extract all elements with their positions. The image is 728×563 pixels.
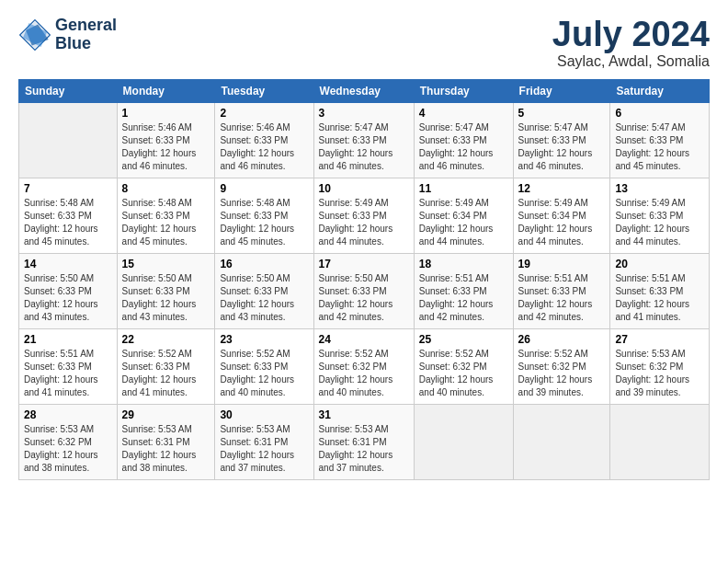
- day-info: Sunrise: 5:49 AM Sunset: 6:34 PM Dayligh…: [518, 197, 606, 248]
- day-number: 31: [319, 408, 409, 421]
- day-info: Sunrise: 5:50 AM Sunset: 6:33 PM Dayligh…: [122, 272, 210, 324]
- day-info: Sunrise: 5:50 AM Sunset: 6:33 PM Dayligh…: [319, 272, 409, 324]
- calendar-cell: 14Sunrise: 5:50 AM Sunset: 6:33 PM Dayli…: [19, 254, 118, 329]
- logo: General Blue: [18, 17, 117, 53]
- calendar-cell: 26Sunrise: 5:52 AM Sunset: 6:32 PM Dayli…: [513, 329, 610, 405]
- calendar-cell: 15Sunrise: 5:50 AM Sunset: 6:33 PM Dayli…: [117, 254, 215, 329]
- calendar-cell: 6Sunrise: 5:47 AM Sunset: 6:33 PM Daylig…: [610, 103, 710, 178]
- day-info: Sunrise: 5:47 AM Sunset: 6:33 PM Dayligh…: [319, 121, 409, 173]
- day-number: 8: [122, 182, 210, 195]
- calendar-cell: 5Sunrise: 5:47 AM Sunset: 6:33 PM Daylig…: [513, 103, 610, 178]
- day-info: Sunrise: 5:51 AM Sunset: 6:33 PM Dayligh…: [419, 272, 508, 324]
- day-info: Sunrise: 5:47 AM Sunset: 6:33 PM Dayligh…: [518, 121, 606, 173]
- calendar-week-4: 21Sunrise: 5:51 AM Sunset: 6:33 PM Dayli…: [19, 329, 710, 405]
- day-info: Sunrise: 5:53 AM Sunset: 6:31 PM Dayligh…: [319, 423, 409, 475]
- logo-icon: [18, 18, 51, 52]
- calendar-week-1: 1Sunrise: 5:46 AM Sunset: 6:33 PM Daylig…: [19, 103, 710, 178]
- calendar-cell: 28Sunrise: 5:53 AM Sunset: 6:32 PM Dayli…: [19, 405, 118, 480]
- logo-text: General Blue: [55, 17, 117, 53]
- day-number: 21: [24, 333, 112, 346]
- weekday-header-wednesday: Wednesday: [313, 80, 414, 103]
- day-info: Sunrise: 5:52 AM Sunset: 6:33 PM Dayligh…: [122, 348, 210, 399]
- calendar-cell: 22Sunrise: 5:52 AM Sunset: 6:33 PM Dayli…: [117, 329, 215, 405]
- day-info: Sunrise: 5:48 AM Sunset: 6:33 PM Dayligh…: [122, 197, 210, 248]
- day-number: 16: [220, 258, 308, 270]
- day-info: Sunrise: 5:50 AM Sunset: 6:33 PM Dayligh…: [24, 272, 112, 324]
- day-info: Sunrise: 5:53 AM Sunset: 6:32 PM Dayligh…: [24, 423, 112, 475]
- day-number: 13: [615, 182, 704, 195]
- day-info: Sunrise: 5:49 AM Sunset: 6:33 PM Dayligh…: [319, 197, 409, 248]
- day-info: Sunrise: 5:46 AM Sunset: 6:33 PM Dayligh…: [220, 121, 308, 173]
- calendar-cell: 13Sunrise: 5:49 AM Sunset: 6:33 PM Dayli…: [610, 178, 710, 254]
- day-number: 22: [122, 333, 210, 346]
- day-info: Sunrise: 5:53 AM Sunset: 6:32 PM Dayligh…: [615, 348, 704, 399]
- day-number: 3: [319, 107, 409, 120]
- calendar-cell: 10Sunrise: 5:49 AM Sunset: 6:33 PM Dayli…: [313, 178, 414, 254]
- svg-marker-3: [23, 23, 47, 47]
- calendar-cell: 20Sunrise: 5:51 AM Sunset: 6:33 PM Dayli…: [610, 254, 710, 329]
- weekday-header-tuesday: Tuesday: [215, 80, 313, 103]
- calendar-cell: 7Sunrise: 5:48 AM Sunset: 6:33 PM Daylig…: [19, 178, 118, 254]
- day-info: Sunrise: 5:47 AM Sunset: 6:33 PM Dayligh…: [419, 121, 508, 173]
- calendar-cell: 29Sunrise: 5:53 AM Sunset: 6:31 PM Dayli…: [117, 405, 215, 480]
- calendar-cell: 16Sunrise: 5:50 AM Sunset: 6:33 PM Dayli…: [215, 254, 313, 329]
- calendar-cell: 12Sunrise: 5:49 AM Sunset: 6:34 PM Dayli…: [513, 178, 610, 254]
- calendar-cell: 11Sunrise: 5:49 AM Sunset: 6:34 PM Dayli…: [414, 178, 513, 254]
- day-info: Sunrise: 5:48 AM Sunset: 6:33 PM Dayligh…: [24, 197, 112, 248]
- calendar-cell: 23Sunrise: 5:52 AM Sunset: 6:33 PM Dayli…: [215, 329, 313, 405]
- day-info: Sunrise: 5:49 AM Sunset: 6:34 PM Dayligh…: [419, 197, 508, 248]
- day-info: Sunrise: 5:52 AM Sunset: 6:32 PM Dayligh…: [419, 348, 508, 399]
- day-number: 5: [518, 107, 606, 120]
- calendar-week-2: 7Sunrise: 5:48 AM Sunset: 6:33 PM Daylig…: [19, 178, 710, 254]
- calendar-cell: 3Sunrise: 5:47 AM Sunset: 6:33 PM Daylig…: [313, 103, 414, 178]
- calendar-cell: 19Sunrise: 5:51 AM Sunset: 6:33 PM Dayli…: [513, 254, 610, 329]
- title-block: July 2024 Saylac, Awdal, Somalia: [552, 17, 710, 70]
- day-number: 26: [518, 333, 606, 346]
- calendar-cell: 8Sunrise: 5:48 AM Sunset: 6:33 PM Daylig…: [117, 178, 215, 254]
- calendar-table: SundayMondayTuesdayWednesdayThursdayFrid…: [18, 79, 710, 480]
- calendar-header: SundayMondayTuesdayWednesdayThursdayFrid…: [19, 80, 710, 103]
- calendar-cell: 9Sunrise: 5:48 AM Sunset: 6:33 PM Daylig…: [215, 178, 313, 254]
- day-info: Sunrise: 5:52 AM Sunset: 6:32 PM Dayligh…: [319, 348, 409, 399]
- location: Saylac, Awdal, Somalia: [552, 53, 710, 70]
- day-number: 14: [24, 258, 112, 270]
- day-number: 20: [615, 258, 704, 270]
- calendar-cell: 17Sunrise: 5:50 AM Sunset: 6:33 PM Dayli…: [313, 254, 414, 329]
- day-number: 15: [122, 258, 210, 270]
- day-info: Sunrise: 5:51 AM Sunset: 6:33 PM Dayligh…: [615, 272, 704, 324]
- day-number: 30: [220, 408, 308, 421]
- day-info: Sunrise: 5:53 AM Sunset: 6:31 PM Dayligh…: [220, 423, 308, 475]
- weekday-header-saturday: Saturday: [610, 80, 710, 103]
- day-info: Sunrise: 5:51 AM Sunset: 6:33 PM Dayligh…: [518, 272, 606, 324]
- day-number: 28: [24, 408, 112, 421]
- day-number: 4: [419, 107, 508, 120]
- day-number: 24: [319, 333, 409, 346]
- weekday-header-friday: Friday: [513, 80, 610, 103]
- day-number: 10: [319, 182, 409, 195]
- day-number: 7: [24, 182, 112, 195]
- day-info: Sunrise: 5:47 AM Sunset: 6:33 PM Dayligh…: [615, 121, 704, 173]
- calendar-cell: 18Sunrise: 5:51 AM Sunset: 6:33 PM Dayli…: [414, 254, 513, 329]
- calendar-cell: 1Sunrise: 5:46 AM Sunset: 6:33 PM Daylig…: [117, 103, 215, 178]
- day-info: Sunrise: 5:50 AM Sunset: 6:33 PM Dayligh…: [220, 272, 308, 324]
- weekday-header-monday: Monday: [117, 80, 215, 103]
- calendar-cell: 24Sunrise: 5:52 AM Sunset: 6:32 PM Dayli…: [313, 329, 414, 405]
- weekday-header-thursday: Thursday: [414, 80, 513, 103]
- day-info: Sunrise: 5:52 AM Sunset: 6:33 PM Dayligh…: [220, 348, 308, 399]
- day-number: 9: [220, 182, 308, 195]
- day-number: 2: [220, 107, 308, 120]
- day-info: Sunrise: 5:48 AM Sunset: 6:33 PM Dayligh…: [220, 197, 308, 248]
- day-number: 6: [615, 107, 704, 120]
- calendar-cell: 30Sunrise: 5:53 AM Sunset: 6:31 PM Dayli…: [215, 405, 313, 480]
- day-info: Sunrise: 5:46 AM Sunset: 6:33 PM Dayligh…: [122, 121, 210, 173]
- calendar-week-3: 14Sunrise: 5:50 AM Sunset: 6:33 PM Dayli…: [19, 254, 710, 329]
- day-number: 17: [319, 258, 409, 270]
- day-number: 19: [518, 258, 606, 270]
- calendar-cell: 31Sunrise: 5:53 AM Sunset: 6:31 PM Dayli…: [313, 405, 414, 480]
- day-number: 12: [518, 182, 606, 195]
- month-title: July 2024: [552, 17, 710, 52]
- page-header: General Blue July 2024 Saylac, Awdal, So…: [18, 17, 710, 70]
- calendar-cell: 2Sunrise: 5:46 AM Sunset: 6:33 PM Daylig…: [215, 103, 313, 178]
- calendar-cell: [513, 405, 610, 480]
- day-number: 18: [419, 258, 508, 270]
